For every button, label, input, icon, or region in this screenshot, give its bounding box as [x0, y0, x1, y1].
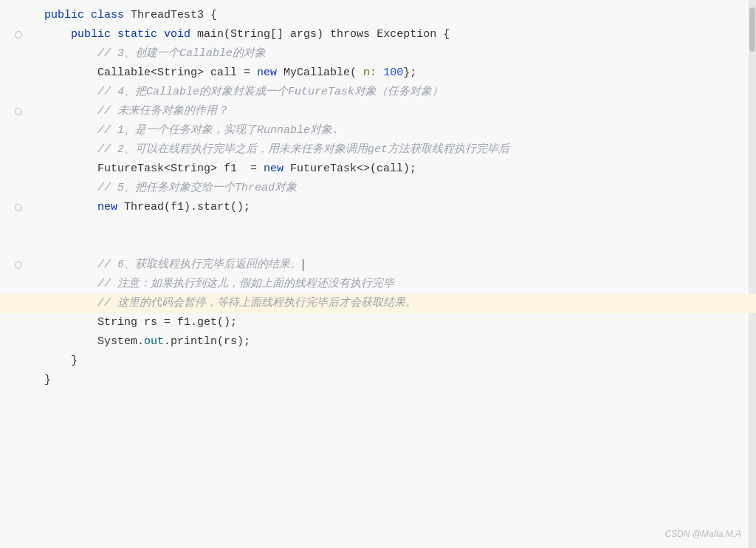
token-plain: } [71, 355, 78, 367]
token-kw: public [44, 9, 91, 21]
code-line: // 这里的代码会暂停，等待上面线程执行完毕后才会获取结果。 [0, 294, 756, 313]
code-area: public class ThreadTest3 { public static… [0, 0, 756, 548]
token-comment: 对象 [275, 182, 297, 194]
code-line: new Thread(f1).start(); [0, 198, 756, 217]
token-comment: // 4、把 [97, 86, 146, 98]
code-content: } [37, 371, 756, 390]
token-number: 100 [383, 66, 403, 79]
breakpoint-dot[interactable] [15, 204, 22, 211]
code-line: // 2、可以在线程执行完毕之后，用未来任务对象调用get方法获取线程执行完毕后 [0, 140, 756, 160]
token-comment: // 5、把任务对象交给一个 [97, 182, 235, 194]
code-line: // 5、把任务对象交给一个Thread对象 [0, 179, 756, 198]
token-comment [303, 258, 350, 271]
gutter [0, 261, 37, 269]
token-param-name: n: [363, 66, 377, 79]
token-comment: // 2、可以在线程执行完毕之后，用未来任务对象调用 [97, 143, 368, 156]
token-plain: ThreadTest3 { [131, 9, 217, 21]
token-kw: void [164, 28, 197, 41]
token-comment: Thread [235, 182, 275, 194]
code-content: FutureTask<String> f1 = new FutureTask<>… [37, 160, 756, 179]
token-kw: static [117, 28, 164, 41]
code-line [0, 217, 756, 236]
token-comment: // 6、获取线程执行完毕后返回的结果。 [97, 258, 301, 271]
token-plain: throws [330, 28, 377, 41]
token-plain: String[] args) [230, 28, 330, 41]
token-method: out [144, 335, 164, 348]
token-plain [377, 66, 383, 79]
code-content: String rs = f1.get(); [37, 313, 756, 332]
token-kw: class [91, 9, 131, 21]
breakpoint-dot[interactable] [15, 31, 22, 38]
token-comment: 的对象 [233, 47, 266, 60]
code-content: // 3、创建一个Callable的对象 [37, 44, 756, 64]
code-content: new Thread(f1).start(); [37, 198, 756, 217]
token-plain: MyCallable( [284, 66, 363, 79]
token-plain: Exception { [377, 28, 450, 41]
code-line: FutureTask<String> f1 = new FutureTask<>… [0, 160, 756, 179]
token-comment: 对象. [310, 124, 339, 137]
code-line: String rs = f1.get(); [0, 313, 756, 332]
code-content: // 未来任务对象的作用？ [37, 102, 756, 121]
code-line: public static void main(String[] args) t… [0, 25, 756, 44]
token-comment: 的对象封装成一个 [199, 86, 288, 98]
token-comment: Callable [146, 86, 199, 98]
code-line: Callable<String> call = new MyCallable( … [0, 64, 756, 83]
token-comment: 方法获取线程执行完毕后 [388, 143, 509, 156]
gutter [0, 31, 37, 38]
code-line: System.out.println(rs); [0, 332, 756, 352]
token-plain: Thread(f1).start(); [124, 201, 250, 213]
breakpoint-dot[interactable] [15, 108, 22, 115]
gutter [0, 108, 37, 115]
code-line: // 未来任务对象的作用？ [0, 102, 756, 121]
code-line: // 3、创建一个Callable的对象 [0, 44, 756, 64]
code-lines: public class ThreadTest3 { public static… [0, 6, 756, 390]
token-comment: // 未来任务对象的作用？ [97, 105, 228, 117]
code-content: // 这里的代码会暂停，等待上面线程执行完毕后才会获取结果。 [37, 294, 756, 313]
editor-container: public class ThreadTest3 { public static… [0, 0, 756, 548]
code-line: // 4、把Callable的对象封装成一个FutureTask对象（任务对象） [0, 83, 756, 102]
watermark: CSDN @Mafia.M.A [664, 529, 741, 539]
token-comment: get [368, 143, 388, 156]
code-content: // 1、是一个任务对象，实现了Runnable对象. [37, 121, 756, 140]
code-line: // 1、是一个任务对象，实现了Runnable对象. [0, 121, 756, 140]
code-content: public class ThreadTest3 { [37, 6, 756, 25]
gutter [0, 204, 37, 211]
token-plain: }; [403, 66, 416, 79]
token-comment: Runnable [257, 124, 310, 137]
token-comment: // 注意：如果执行到这儿，假如上面的线程还没有执行完毕 [97, 278, 394, 290]
code-content: // 4、把Callable的对象封装成一个FutureTask对象（任务对象） [37, 83, 756, 102]
token-plain: } [44, 374, 51, 386]
token-comment: 对象（任务对象） [354, 86, 443, 98]
code-content: } [37, 352, 756, 371]
code-line: // 注意：如果执行到这儿，假如上面的线程还没有执行完毕 [0, 275, 756, 294]
token-kw: new [257, 66, 284, 79]
code-content: // 注意：如果执行到这儿，假如上面的线程还没有执行完毕 [37, 275, 756, 294]
token-plain: .println(rs); [164, 335, 250, 348]
token-comment: // 1、是一个任务对象，实现了 [97, 124, 257, 137]
code-content: public static void main(String[] args) t… [37, 25, 756, 44]
token-comment: Callable [179, 47, 233, 60]
token-plain: System. [97, 335, 144, 348]
code-line: } [0, 352, 756, 371]
token-plain: FutureTask<>(call); [290, 162, 416, 175]
code-line: // 6、获取线程执行完毕后返回的结果。 [0, 256, 756, 275]
code-content: // 6、获取线程执行完毕后返回的结果。 [37, 256, 756, 275]
token-plain: main( [197, 28, 230, 41]
token-comment: // 3、创建一个 [97, 47, 179, 60]
token-plain: FutureTask<String> f1 = [97, 162, 264, 175]
token-comment: FutureTask [288, 86, 354, 98]
code-line: } [0, 371, 756, 390]
token-kw: new [97, 201, 124, 213]
code-line [0, 236, 756, 256]
token-kw: public [71, 28, 117, 41]
code-content: // 2、可以在线程执行完毕之后，用未来任务对象调用get方法获取线程执行完毕后 [37, 140, 756, 160]
breakpoint-dot[interactable] [15, 261, 22, 269]
code-line: public class ThreadTest3 { [0, 6, 756, 25]
token-plain: String rs = f1.get(); [97, 316, 237, 329]
token-kw: new [264, 162, 290, 175]
code-content: // 5、把任务对象交给一个Thread对象 [37, 179, 756, 198]
token-plain: Callable<String> call = [97, 66, 257, 79]
token-comment: // 这里的代码会暂停，等待上面线程执行完毕后才会获取结果。 [97, 297, 416, 309]
code-content: System.out.println(rs); [37, 332, 756, 352]
code-content: Callable<String> call = new MyCallable( … [37, 64, 756, 83]
